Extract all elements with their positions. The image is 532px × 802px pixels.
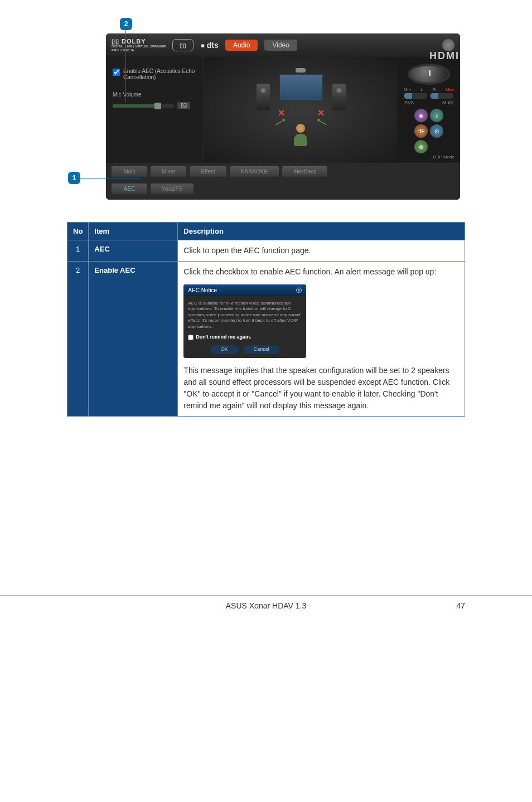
description-text: Click the checkbox to enable AEC functio… — [183, 266, 459, 278]
row-no: 1 — [67, 240, 89, 262]
hdmi-logo: HDMI — [429, 50, 460, 62]
callout-badge-2: 2 — [120, 18, 132, 30]
dialog-title: AEC Notice — [188, 286, 217, 294]
app-screenshot: 2 1 HDMI ▯▯ DOLBY DIGITAL LIVE | VIRTUAL… — [72, 33, 465, 200]
center-visualization: ⟶ ⟶ ✕ ✕ — [204, 57, 398, 163]
page-footer: ASUS Xonar HDAV 1.3 47 — [0, 595, 532, 632]
dsp-button-5[interactable]: ⊛ — [414, 140, 428, 153]
row-no: 2 — [67, 262, 89, 417]
description-text: This message implies that the speaker co… — [183, 365, 459, 412]
close-icon[interactable]: ⓧ — [296, 286, 302, 294]
col-header-description: Description — [178, 223, 465, 240]
cancel-x-icon: ✕ — [278, 108, 285, 118]
speaker-right-icon — [332, 84, 346, 110]
speaker-left-icon — [257, 84, 270, 110]
webcam-icon — [296, 68, 306, 73]
left-panel: Enable AEC (Acoustics Echo Cancellation)… — [106, 57, 204, 163]
mic-volume-value: 83 — [177, 102, 190, 109]
tab-karaoke[interactable]: KARAOKE — [230, 166, 279, 177]
aec-checkbox-label: Enable AEC (Acoustics Echo Cancellation) — [123, 68, 197, 80]
dts-logo: ●dts — [200, 41, 218, 50]
row-item: AEC — [89, 240, 178, 262]
tab-vocalfx[interactable]: VocalFX — [151, 183, 194, 194]
dolby-logo: ▯▯ DOLBY DIGITAL LIVE | VIRTUAL SPEAKER … — [112, 38, 166, 52]
right-panel: Min L R Max SVN Mute ❀ ♪ — [398, 57, 460, 163]
tab-effect[interactable]: Effect — [190, 166, 226, 177]
audio-tab[interactable]: Audio — [225, 40, 258, 51]
aec-notice-dialog: AEC Notice ⓧ AEC is suitable for bi-dire… — [183, 284, 306, 358]
balance-slider-left[interactable] — [404, 93, 427, 99]
dsp-button-1[interactable]: ❀ — [414, 109, 428, 122]
mic-volume-slider[interactable] — [113, 104, 174, 108]
dolby-box-icon: ▯▯ — [172, 39, 194, 51]
tab-mixer[interactable]: Mixer — [151, 166, 186, 177]
tab-main[interactable]: Main — [112, 166, 147, 177]
col-header-no: No — [67, 223, 89, 240]
tab-flexbass[interactable]: FlexBass — [282, 166, 327, 177]
video-tab[interactable]: Video — [264, 40, 297, 51]
tv-screen-icon — [279, 74, 323, 102]
dont-remind-label: Don't remind me again. — [196, 334, 251, 341]
callout-line — [125, 30, 126, 103]
cancel-button[interactable]: Cancel — [244, 345, 279, 354]
row-description: Click the checkbox to enable AEC functio… — [178, 262, 465, 417]
table-row: 1 AEC Click to open the AEC function pag… — [67, 240, 465, 262]
aec-checkbox-input[interactable] — [113, 69, 120, 76]
dsp-button-4[interactable]: ⊙ — [430, 124, 443, 138]
dsp-button-2[interactable]: ♪ — [430, 109, 443, 122]
balance-slider-right[interactable] — [431, 93, 453, 99]
slider-thumb[interactable] — [154, 103, 161, 109]
table-row: 2 Enable AEC Click the checkbox to enabl… — [67, 262, 465, 417]
col-header-item: Item — [89, 223, 178, 240]
row-description: Click to open the AEC function page. — [178, 240, 465, 262]
dsp-hf-button[interactable]: HF — [414, 124, 428, 138]
callout-line — [80, 178, 139, 178]
dont-remind-input[interactable] — [188, 335, 194, 340]
svn-mute-labels: SVN Mute — [404, 100, 453, 105]
tab-aec[interactable]: AEC — [112, 183, 147, 194]
volume-knob[interactable] — [408, 64, 450, 85]
app-header: ▯▯ DOLBY DIGITAL LIVE | VIRTUAL SPEAKER … — [106, 33, 460, 57]
app-tabs: Main Mixer Effect KARAOKE FlexBass AEC V… — [106, 163, 460, 200]
person-icon — [293, 124, 308, 146]
callout-badge-1: 1 — [68, 172, 80, 184]
dsp-mode-label: DSP Mode — [401, 154, 457, 160]
cancel-x-icon: ✕ — [317, 108, 325, 118]
ok-button[interactable]: OK — [211, 345, 238, 354]
row-item: Enable AEC — [89, 262, 178, 417]
footer-page-number: 47 — [456, 601, 465, 610]
volume-labels: Min L R Max — [404, 87, 454, 92]
info-table: No Item Description 1 AEC Click to open … — [67, 222, 465, 417]
app-window: HDMI ▯▯ DOLBY DIGITAL LIVE | VIRTUAL SPE… — [106, 33, 460, 200]
dialog-body-text: AEC is suitable for bi-direction voice c… — [188, 301, 302, 330]
dialog-titlebar: AEC Notice ⓧ — [183, 284, 306, 296]
globe-icon[interactable] — [442, 39, 454, 51]
footer-product: ASUS Xonar HDAV 1.3 — [226, 601, 306, 610]
dont-remind-checkbox[interactable]: Don't remind me again. — [188, 334, 302, 341]
